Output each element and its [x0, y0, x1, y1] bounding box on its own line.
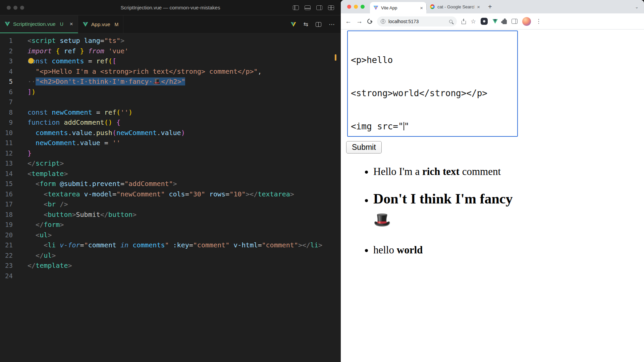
git-status-badge: U	[60, 21, 63, 27]
lightbulb-code-action-icon[interactable]	[28, 58, 34, 64]
code-line[interactable]: 21 <li v-for="comment in comments" :key=…	[0, 240, 341, 250]
line-number[interactable]: 5	[0, 76, 13, 87]
close-window-button[interactable]	[347, 5, 351, 9]
close-tab-icon[interactable]: ×	[420, 5, 423, 11]
line-number[interactable]: 14	[0, 169, 13, 179]
toggle-panel-icon[interactable]	[305, 5, 311, 10]
line-number[interactable]: 9	[0, 117, 13, 128]
line-number[interactable]: 8	[0, 107, 13, 118]
address-bar[interactable]: localhost:5173	[377, 16, 457, 26]
code-line[interactable]: 12}	[0, 148, 341, 159]
line-number[interactable]: 23	[0, 260, 13, 271]
code-line[interactable]: 17 <br />	[0, 199, 341, 209]
code-line[interactable]: 10 comments.value.push(newComment.value)	[0, 128, 341, 138]
code-line[interactable]: 20 <ul>	[0, 230, 341, 240]
code-line[interactable]: 24	[0, 271, 341, 281]
close-tab-icon[interactable]: ×	[70, 21, 73, 27]
code-line[interactable]: 4 "<p>Hello I'm a <strong>rich text</str…	[0, 66, 341, 77]
code-line[interactable]: 23</template>	[0, 260, 341, 271]
line-number[interactable]: 21	[0, 240, 13, 250]
volar-icon[interactable]	[291, 22, 296, 27]
line-number[interactable]: 20	[0, 230, 13, 240]
code-line-text: <li v-for="comment in comments" :key="co…	[13, 240, 322, 250]
window-title: ScriptInjection.vue — common-vue-mistake…	[0, 5, 341, 10]
bookmark-star-icon[interactable]: ☆	[471, 18, 476, 25]
code-line[interactable]: 11 newComment.value = ''	[0, 138, 341, 148]
line-number[interactable]: 16	[0, 189, 13, 199]
extension-icon[interactable]	[481, 18, 488, 25]
code-line-text: <br />	[13, 199, 68, 209]
code-line[interactable]: 18 <button>Submit</button>	[0, 209, 341, 220]
minimize-window-button[interactable]	[13, 6, 17, 10]
code-line[interactable]: 19 </form>	[0, 220, 341, 230]
line-number[interactable]: 6	[0, 87, 13, 97]
more-actions-icon[interactable]: ⋯	[329, 21, 335, 28]
vue-devtools-extension-icon[interactable]	[492, 19, 498, 24]
code-editor[interactable]: 1<script setup lang="ts">2import { ref }…	[0, 34, 341, 362]
code-line[interactable]: 14<template>	[0, 169, 341, 179]
line-number[interactable]: 10	[0, 128, 13, 138]
code-line[interactable]: 8const newComment = ref('')	[0, 107, 341, 118]
code-line[interactable]: 7	[0, 97, 341, 107]
new-tab-button[interactable]: +	[488, 3, 492, 11]
line-number[interactable]: 2	[0, 46, 13, 56]
code-line[interactable]: 6])	[0, 87, 341, 97]
submit-button[interactable]: Submit	[346, 141, 382, 154]
code-line[interactable]: 16 <textarea v-model="newComment" cols="…	[0, 189, 341, 199]
code-line[interactable]: 22 </ul>	[0, 250, 341, 261]
zoom-window-button[interactable]	[361, 5, 365, 9]
line-number[interactable]: 7	[0, 97, 13, 107]
line-number[interactable]: 13	[0, 158, 13, 169]
forward-icon[interactable]: →	[356, 18, 363, 25]
site-info-icon[interactable]	[381, 19, 385, 24]
browser-tab-google-search[interactable]: cat - Google Search ×	[426, 4, 483, 10]
minimize-window-button[interactable]	[354, 5, 358, 9]
code-line[interactable]: 5··"<h2>Don't·I·think·I'm·fancy·🎩</h2>"	[0, 76, 341, 87]
line-number[interactable]: 11	[0, 138, 13, 148]
extensions-puzzle-icon[interactable]	[502, 20, 507, 24]
close-tab-icon[interactable]: ×	[477, 4, 480, 10]
line-number[interactable]: 3	[0, 56, 13, 66]
url-text[interactable]: localhost:5173	[388, 19, 446, 24]
line-number[interactable]: 18	[0, 209, 13, 220]
code-line-text	[13, 271, 28, 281]
line-number[interactable]: 1	[0, 36, 13, 46]
code-line-text: </script>	[13, 158, 64, 169]
tab-app-vue[interactable]: App.vue M	[78, 15, 124, 33]
code-line[interactable]: 9function addComment() {	[0, 117, 341, 128]
tab-label: App.vue	[91, 21, 110, 27]
reload-icon[interactable]	[366, 18, 373, 25]
side-panel-icon[interactable]	[512, 19, 518, 24]
line-number[interactable]: 15	[0, 179, 13, 189]
back-icon[interactable]: ←	[345, 18, 352, 25]
code-line[interactable]: 13</script>	[0, 158, 341, 169]
code-line[interactable]: 2import { ref } from 'vue'	[0, 46, 341, 56]
tab-search-chevron-icon[interactable]: ⌄	[635, 4, 644, 9]
line-number[interactable]: 22	[0, 250, 13, 261]
split-editor-icon[interactable]	[316, 22, 321, 27]
line-number[interactable]: 19	[0, 220, 13, 230]
browser-tab-vite-app[interactable]: Vite App ×	[370, 2, 426, 13]
code-line[interactable]: 3const comments = ref([	[0, 56, 341, 66]
toggle-sidebar-icon[interactable]	[293, 5, 299, 10]
zoom-window-button[interactable]	[20, 6, 24, 10]
profile-avatar[interactable]	[522, 17, 531, 26]
toggle-secondary-sidebar-icon[interactable]	[316, 5, 322, 10]
line-number[interactable]: 4	[0, 66, 13, 77]
code-line[interactable]: 1<script setup lang="ts">	[0, 36, 341, 46]
tab-scriptinjection-vue[interactable]: ScriptInjection.vue U ×	[0, 15, 78, 33]
line-number[interactable]: 24	[0, 271, 13, 281]
open-changes-icon[interactable]: ⇆	[304, 21, 308, 28]
zoom-indicator-icon[interactable]	[449, 20, 452, 23]
line-number[interactable]: 17	[0, 199, 13, 209]
close-window-button[interactable]	[7, 6, 11, 10]
code-line-text: "<p>Hello I'm a <strong>rich text</stron…	[13, 66, 262, 77]
comment-textarea[interactable]: <p>hello <strong>world</strong></p> <img…	[347, 31, 518, 137]
customize-layout-icon[interactable]	[328, 5, 334, 10]
chrome-traffic-lights	[341, 5, 370, 9]
vscode-titlebar: ScriptInjection.vue — common-vue-mistake…	[0, 0, 341, 15]
browser-menu-icon[interactable]: ⋮	[536, 18, 541, 25]
code-line[interactable]: 15 <form @submit.prevent="addComment">	[0, 179, 341, 189]
share-icon[interactable]	[462, 21, 466, 24]
line-number[interactable]: 12	[0, 148, 13, 159]
